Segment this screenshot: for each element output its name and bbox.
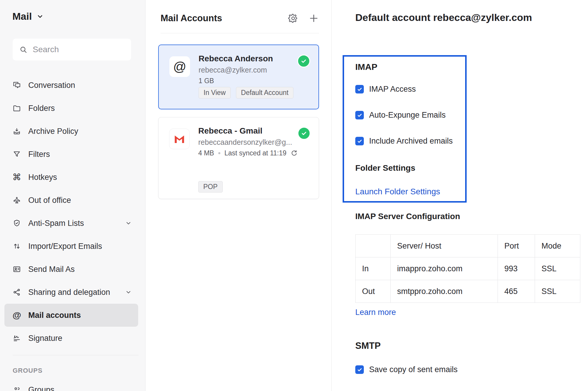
send-mail-as-icon <box>13 265 21 273</box>
app-switcher[interactable]: Mail <box>12 11 44 22</box>
checkbox-label: Include Archived emails <box>369 137 453 146</box>
account-storage: 4 MB <box>198 149 214 157</box>
arrows-up-down-icon <box>13 242 21 250</box>
sidebar: Mail Conversation Folders Archiv <box>0 0 146 391</box>
header-actions <box>288 13 319 24</box>
chevron-down-icon <box>125 289 132 295</box>
launch-folder-settings-link[interactable]: Launch Folder Settings <box>355 187 440 196</box>
sidebar-item-label: Out of office <box>28 196 71 205</box>
cell-server-host: smtppro.zoho.com <box>391 280 498 303</box>
save-copy-checkbox-row[interactable]: Save copy of sent emails <box>355 365 457 374</box>
account-tags: In View Default Account <box>199 87 293 98</box>
sidebar-item-filters[interactable]: Filters <box>4 143 138 166</box>
archive-icon <box>13 127 21 135</box>
sidebar-item-import-export[interactable]: Import/Export Emails <box>4 235 138 258</box>
sidebar-item-folders[interactable]: Folders <box>4 97 138 120</box>
sidebar-item-label: Import/Export Emails <box>28 242 102 251</box>
sidebar-item-label: Signature <box>28 334 62 343</box>
cell-server-host: imappro.zoho.com <box>391 257 498 280</box>
tag-in-view: In View <box>199 87 231 98</box>
header-divider <box>161 33 319 33</box>
at-avatar-icon: @ <box>169 56 190 77</box>
sidebar-item-label: Anti-Spam Lists <box>28 219 84 228</box>
people-icon <box>13 386 21 391</box>
sidebar-item-sharing-delegation[interactable]: Sharing and delegation <box>4 281 138 304</box>
chevron-down-icon <box>37 13 44 20</box>
include-archived-checkbox-row[interactable]: Include Archived emails <box>355 137 453 146</box>
account-sync-meta: 4 MB Last synced at 11:19 <box>198 149 298 157</box>
at-icon: @ <box>13 311 21 319</box>
sidebar-item-label: Groups <box>28 385 54 391</box>
dot-separator <box>218 152 220 154</box>
checkbox-checked-icon[interactable] <box>355 111 364 119</box>
account-email: rebeccaandersonzylker@g... <box>198 138 292 147</box>
mail-accounts-title: Mail Accounts <box>161 13 222 24</box>
account-name: Rebecca Anderson <box>199 54 273 63</box>
imap-highlight-box: IMAP IMAP Access Auto-Expunge Emails Inc… <box>343 55 467 203</box>
settings-gear-icon[interactable] <box>288 13 298 24</box>
sidebar-item-label: Sharing and delegation <box>28 288 110 297</box>
search-box[interactable] <box>13 39 131 60</box>
imap-server-config-table: Server/ Host Port Mode In imappro.zoho.c… <box>355 234 580 303</box>
sidebar-item-anti-spam-lists[interactable]: Anti-Spam Lists <box>4 212 138 235</box>
account-card-rebecca-gmail[interactable]: Rebecca - Gmail rebeccaandersonzylker@g.… <box>158 117 319 199</box>
cell-port: 993 <box>498 257 535 280</box>
sidebar-item-label: Hotkeys <box>28 173 57 182</box>
detail-title: Default account rebecca@zylker.com <box>355 12 532 23</box>
sidebar-item-label: Archive Policy <box>28 127 78 136</box>
sidebar-nav: Conversation Folders Archive Policy Filt… <box>0 74 145 350</box>
checkbox-checked-icon[interactable] <box>355 85 364 93</box>
learn-more-link[interactable]: Learn more <box>355 308 396 317</box>
search-icon <box>19 45 27 54</box>
sidebar-item-out-of-office[interactable]: Out of office <box>4 189 138 212</box>
mail-accounts-header: Mail Accounts <box>161 13 319 24</box>
sidebar-item-hotkeys[interactable]: ⌘ Hotkeys <box>4 166 138 189</box>
cell-mode: SSL <box>535 257 580 280</box>
imap-heading: IMAP <box>355 62 377 72</box>
sidebar-item-label: Mail accounts <box>28 311 81 320</box>
sidebar-item-label: Send Mail As <box>28 265 75 274</box>
account-email: rebecca@zylker.com <box>199 66 267 74</box>
sidebar-item-send-mail-as[interactable]: Send Mail As <box>4 258 138 281</box>
folder-settings-heading: Folder Settings <box>355 163 415 173</box>
filter-icon <box>13 150 21 158</box>
sidebar-item-label: Conversation <box>28 81 75 90</box>
add-account-icon[interactable] <box>308 13 319 24</box>
table-row-in: In imappro.zoho.com 993 SSL <box>356 257 580 280</box>
sidebar-item-groups[interactable]: Groups <box>4 378 138 391</box>
active-status-badge <box>298 127 310 140</box>
sidebar-item-mail-accounts[interactable]: @ Mail accounts <box>4 304 138 327</box>
cell-mode: SSL <box>535 280 580 303</box>
shield-check-icon <box>13 219 21 227</box>
sidebar-item-conversation[interactable]: Conversation <box>4 74 138 97</box>
cell-direction: Out <box>356 280 391 303</box>
tag-pop: POP <box>198 181 223 193</box>
imap-server-config-heading: IMAP Server Configuration <box>355 212 460 221</box>
account-detail-panel: Default account rebecca@zylker.com IMAP … <box>331 0 588 391</box>
sidebar-item-archive-policy[interactable]: Archive Policy <box>4 120 138 143</box>
checkbox-checked-icon[interactable] <box>355 365 364 374</box>
sidebar-item-label: Folders <box>28 104 55 113</box>
checkbox-checked-icon[interactable] <box>355 137 364 145</box>
conversation-icon <box>13 81 21 89</box>
mail-accounts-panel: Mail Accounts @ Rebecca Anderson rebecca… <box>146 0 331 391</box>
column-header-server-host: Server/ Host <box>391 235 498 257</box>
sidebar-divider <box>13 355 138 355</box>
column-header-blank <box>356 235 391 257</box>
folder-icon <box>13 104 21 112</box>
checkbox-label: Auto-Expunge Emails <box>369 111 446 120</box>
share-icon <box>13 288 21 296</box>
column-header-mode: Mode <box>535 235 580 257</box>
sidebar-item-signature[interactable]: Signature <box>4 327 138 350</box>
auto-expunge-checkbox-row[interactable]: Auto-Expunge Emails <box>355 111 446 120</box>
table-header-row: Server/ Host Port Mode <box>356 235 580 257</box>
search-input[interactable] <box>33 45 121 54</box>
account-card-rebecca-zylker[interactable]: @ Rebecca Anderson rebecca@zylker.com 1 … <box>158 45 319 109</box>
account-tags: POP <box>198 181 223 193</box>
column-header-port: Port <box>498 235 535 257</box>
refresh-icon[interactable] <box>290 150 298 157</box>
imap-access-checkbox-row[interactable]: IMAP Access <box>355 85 416 94</box>
app-title-label: Mail <box>12 11 32 22</box>
cell-port: 465 <box>498 280 535 303</box>
checkbox-label: Save copy of sent emails <box>369 365 457 374</box>
